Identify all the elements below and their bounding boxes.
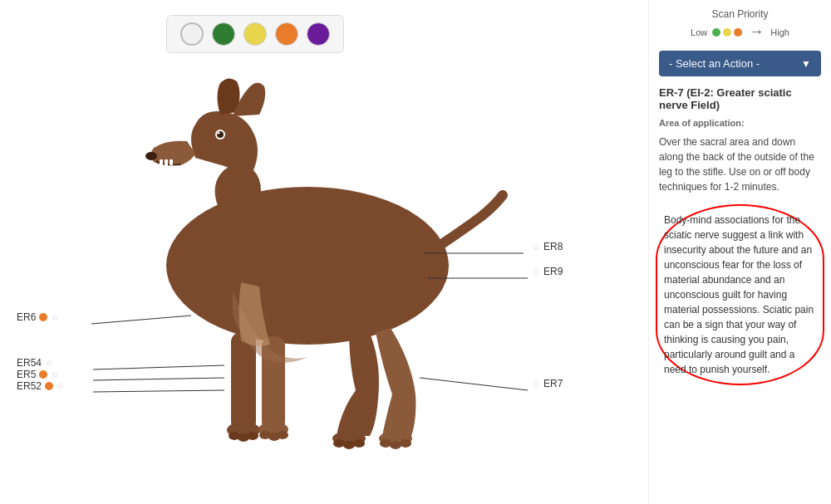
main-container: ☆ ER8 ☆ ER9 ER6 ☆ ☆ ER7 ER54 ☆ bbox=[0, 0, 831, 504]
priority-high-label: High bbox=[770, 27, 789, 37]
scan-priority-bar: Low → High bbox=[659, 23, 821, 41]
priority-dot-green bbox=[712, 28, 720, 37]
action-dropdown-label: - Select an Action - bbox=[669, 57, 760, 70]
label-er7[interactable]: ☆ ER7 bbox=[532, 378, 563, 389]
svg-point-20 bbox=[333, 439, 345, 448]
er-description: Over the sacral area and down along the … bbox=[659, 135, 821, 194]
svg-point-24 bbox=[390, 441, 401, 449]
er9-star: ☆ bbox=[532, 267, 540, 277]
dog-image bbox=[58, 66, 573, 477]
color-dot-green[interactable] bbox=[212, 22, 235, 46]
svg-point-0 bbox=[166, 187, 449, 345]
svg-point-14 bbox=[247, 432, 258, 440]
priority-arrow-icon: → bbox=[749, 23, 764, 41]
svg-line-30 bbox=[93, 365, 224, 369]
priority-dot-orange bbox=[734, 28, 742, 37]
dog-area: ☆ ER8 ☆ ER9 ER6 ☆ ☆ ER7 ER54 ☆ bbox=[17, 66, 648, 504]
body-mind-section: Body-mind associations for the sciatic n… bbox=[656, 204, 824, 385]
priority-low-label: Low bbox=[691, 27, 707, 37]
label-er52[interactable]: ER52 ☆ bbox=[17, 380, 65, 392]
scan-priority-section: Scan Priority Low → High bbox=[659, 8, 821, 41]
svg-rect-6 bbox=[165, 159, 168, 166]
color-dot-purple[interactable] bbox=[307, 22, 330, 46]
label-er5[interactable]: ER5 ☆ bbox=[17, 369, 59, 380]
scan-priority-title: Scan Priority bbox=[659, 8, 821, 20]
er6-text: ER6 bbox=[17, 311, 36, 323]
color-dot-orange[interactable] bbox=[275, 22, 298, 46]
er9-text: ER9 bbox=[543, 266, 563, 277]
priority-dots bbox=[712, 28, 742, 37]
er8-text: ER8 bbox=[543, 241, 563, 252]
er5-star: ☆ bbox=[51, 369, 59, 380]
body-mind-text: Body-mind associations for the sciatic n… bbox=[664, 214, 814, 375]
er54-text: ER54 bbox=[17, 357, 42, 369]
svg-line-28 bbox=[91, 316, 191, 324]
er52-star: ☆ bbox=[57, 381, 65, 392]
svg-line-32 bbox=[93, 390, 224, 392]
dropdown-arrow-icon: ▼ bbox=[801, 58, 811, 70]
er5-dot bbox=[39, 370, 47, 379]
svg-rect-5 bbox=[160, 159, 163, 165]
label-er54[interactable]: ER54 ☆ bbox=[17, 357, 53, 369]
er6-star: ☆ bbox=[51, 312, 59, 323]
er52-dot bbox=[45, 382, 53, 390]
svg-rect-7 bbox=[170, 159, 173, 165]
er54-star: ☆ bbox=[45, 358, 53, 369]
color-toolbar bbox=[166, 15, 344, 53]
label-er9[interactable]: ☆ ER9 bbox=[532, 266, 563, 277]
er8-star: ☆ bbox=[532, 242, 540, 252]
label-er6[interactable]: ER6 ☆ bbox=[17, 311, 59, 323]
svg-point-22 bbox=[353, 439, 365, 448]
er52-text: ER52 bbox=[17, 380, 42, 392]
color-dot-yellow[interactable] bbox=[243, 22, 267, 46]
color-dot-white[interactable] bbox=[180, 22, 204, 46]
er-title: ER-7 (EI-2: Greater sciatic nerve Field) bbox=[659, 86, 821, 111]
svg-point-25 bbox=[400, 439, 411, 448]
svg-line-31 bbox=[93, 378, 224, 380]
label-er8[interactable]: ☆ ER8 bbox=[532, 241, 563, 252]
svg-point-21 bbox=[343, 441, 355, 449]
svg-point-3 bbox=[218, 132, 220, 135]
er7-star: ☆ bbox=[532, 379, 540, 389]
right-panel: Scan Priority Low → High - Select an Act… bbox=[648, 0, 831, 504]
er7-text: ER7 bbox=[543, 378, 563, 389]
priority-dot-yellow bbox=[723, 28, 731, 37]
svg-line-29 bbox=[420, 378, 528, 390]
er6-dot bbox=[39, 313, 47, 321]
area-label: Area of application: bbox=[659, 118, 821, 128]
svg-point-23 bbox=[380, 439, 391, 448]
left-panel: ☆ ER8 ☆ ER9 ER6 ☆ ☆ ER7 ER54 ☆ bbox=[0, 0, 648, 504]
er5-text: ER5 bbox=[17, 369, 36, 380]
svg-point-17 bbox=[277, 431, 288, 439]
svg-point-4 bbox=[145, 152, 157, 160]
action-dropdown-button[interactable]: - Select an Action - ▼ bbox=[659, 51, 821, 76]
